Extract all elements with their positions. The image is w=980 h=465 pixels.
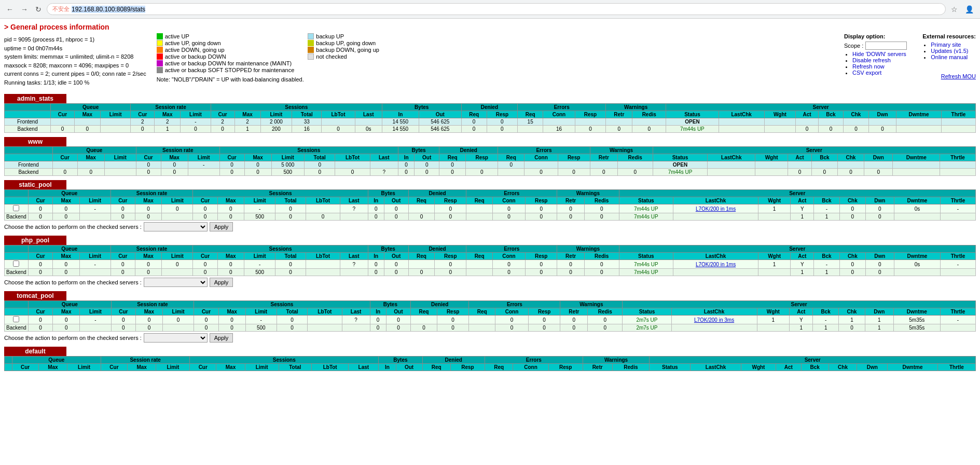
refresh-mou-link[interactable]: Refresh MOU bbox=[941, 73, 976, 79]
th-s-total: Total bbox=[292, 111, 322, 118]
php1-row: 0 0 - 0 0 0 0 0 - 0 ? 0 0 0 bbox=[5, 260, 976, 269]
browser-toolbar: ← → ↻ 不安全 192.168.80.100:8089/stats ☆ 👤 bbox=[0, 0, 980, 18]
php-pool-section: php_pool Queue Session rate Sessions Byt… bbox=[4, 236, 976, 287]
display-options: Display option: Scope : Hide 'DOWN' serv… bbox=[844, 33, 907, 76]
th-wght: Wght bbox=[764, 111, 796, 118]
php1-lastchk-link[interactable]: L7OK/200 in 1ms bbox=[696, 262, 736, 267]
hide-down-link[interactable]: Hide 'DOWN' servers bbox=[852, 51, 906, 57]
server-header: Server bbox=[666, 104, 976, 111]
th-b-out: Out bbox=[419, 111, 461, 118]
th-s-limit: Limit bbox=[260, 111, 292, 118]
bytes-header: Bytes bbox=[382, 104, 461, 111]
th-name bbox=[5, 111, 51, 118]
th-s-last: Last bbox=[355, 111, 382, 118]
denied-header: Denied bbox=[461, 104, 518, 111]
static1-checkbox[interactable] bbox=[13, 205, 19, 211]
system-info: pid = 9095 (process #1, nbproc = 1) upti… bbox=[4, 35, 146, 87]
php-pool-action-row: Choose the action to perform on the chec… bbox=[4, 278, 976, 287]
default-table: Queue Session rate Sessions Bytes Denied… bbox=[4, 356, 976, 371]
warnings-header: Warnings bbox=[606, 104, 666, 111]
tomcat-pool-action-select[interactable]: Set state to READY bbox=[144, 333, 208, 343]
th-sr-cur: Cur bbox=[131, 111, 155, 118]
php-pool-apply-button[interactable]: Apply bbox=[210, 278, 233, 287]
bookmark-button[interactable]: ☆ bbox=[949, 4, 960, 15]
th-sr-limit: Limit bbox=[181, 111, 211, 118]
tomcat-pool-title: tomcat_pool bbox=[4, 291, 66, 300]
static-pool-section: static_pool Queue Session rate Sessions … bbox=[4, 180, 976, 231]
th-d-req: Req bbox=[461, 111, 487, 118]
static-pool-backend-row: Backend 0 0 0 0 0 0 500 0 0 0 0 0 0 bbox=[5, 213, 976, 221]
queue-header: Queue bbox=[50, 104, 130, 111]
browser-chrome: ← → ↻ 不安全 192.168.80.100:8089/stats ☆ 👤 bbox=[0, 0, 980, 19]
scope-label: Scope : bbox=[844, 43, 863, 49]
tomcat-pool-apply-button[interactable]: Apply bbox=[210, 333, 233, 343]
php-pool-action-select[interactable]: Set state to READY bbox=[144, 278, 208, 287]
th-sr-max: Max bbox=[155, 111, 181, 118]
tomcat-pool-backend-row: Backend 0 0 0 0 0 0 500 0 0 0 0 0 bbox=[5, 324, 976, 332]
primary-site-link[interactable]: Primary site bbox=[931, 42, 961, 48]
sessions-header: Sessions bbox=[211, 104, 382, 111]
www-table: Queue Session rate Sessions Bytes Denied… bbox=[4, 146, 976, 176]
online-manual-link[interactable]: Online manual bbox=[931, 54, 968, 60]
admin-stats-backend-row: Backend 0 0 0 1 0 0 1 200 16 0 0s 14 550… bbox=[5, 126, 976, 133]
page-title: > General process information bbox=[4, 23, 976, 31]
th-status: Status bbox=[666, 111, 719, 118]
page-content: > General process information pid = 9095… bbox=[0, 19, 980, 377]
static-pool-action-select[interactable]: Set state to READY Set state to DRAIN Se… bbox=[144, 222, 208, 231]
external-resources-title: External resources: bbox=[922, 33, 976, 39]
updates-link[interactable]: Updates (v1.5) bbox=[931, 48, 968, 54]
right-panel: Display option: Scope : Hide 'DOWN' serv… bbox=[844, 33, 976, 76]
back-button[interactable]: ← bbox=[4, 4, 16, 15]
th-d-resp: Resp bbox=[487, 111, 518, 118]
address-bar[interactable]: 不安全 192.168.80.100:8089/stats bbox=[47, 3, 946, 15]
php1-checkbox[interactable] bbox=[13, 261, 19, 267]
admin-stats-section: admin_stats Queue Session rate Sessions … bbox=[4, 94, 976, 133]
scope-input[interactable] bbox=[865, 42, 907, 50]
disable-refresh-link[interactable]: Disable refresh bbox=[852, 57, 891, 63]
th-lastchk: LastChk bbox=[719, 111, 764, 118]
tomcat-pool-action-label: Choose the action to perform on the chec… bbox=[4, 335, 142, 341]
php-pool-table: Queue Session rate Sessions Bytes Denied… bbox=[4, 245, 976, 276]
static-pool-table: Queue Session rate Sessions Bytes Denied… bbox=[4, 189, 976, 221]
refresh-now-link[interactable]: Refresh now bbox=[852, 63, 885, 70]
th-w-retr: Retr bbox=[606, 111, 632, 118]
th-bck: Bck bbox=[818, 111, 843, 118]
tomcat1-row: 0 0 - 0 0 0 0 0 - 0 ? 0 0 0 bbox=[5, 316, 976, 324]
th-q-cur: Cur bbox=[50, 111, 74, 118]
forward-button[interactable]: → bbox=[19, 4, 30, 15]
php-pool-backend-row: Backend 0 0 0 0 0 0 500 0 0 0 0 0 bbox=[5, 269, 976, 276]
th-w-redis: Redis bbox=[632, 111, 666, 118]
php-pool-title: php_pool bbox=[4, 236, 66, 245]
backend-label: Backend bbox=[5, 126, 51, 133]
legend-area: active UP active UP, going down active D… bbox=[157, 33, 379, 83]
url-text: 192.168.80.100:8089/stats bbox=[72, 6, 940, 13]
th-thrtle: Thrtle bbox=[941, 111, 975, 118]
th-dwntme: Dwntme bbox=[896, 111, 942, 118]
tomcat1-checkbox[interactable] bbox=[13, 316, 19, 322]
th-b-in: In bbox=[382, 111, 419, 118]
tomcat1-lastchk-link[interactable]: L7OK/200 in 3ms bbox=[694, 317, 734, 323]
admin-stats-frontend-row: Frontend 2 2 - 2 2 2 000 33 14 550 546 6… bbox=[5, 118, 976, 126]
static-pool-apply-button[interactable]: Apply bbox=[210, 222, 233, 231]
static1-lastchk-link[interactable]: L7OK/200 in 1ms bbox=[696, 206, 736, 212]
tomcat-pool-table: Queue Session rate Sessions Bytes Denied… bbox=[4, 300, 976, 332]
default-title: default bbox=[4, 347, 66, 356]
reload-button[interactable]: ↻ bbox=[33, 4, 44, 15]
legend-note: Note: "NOLB"/"DRAIN" = UP with load-bala… bbox=[157, 76, 379, 83]
www-title: www bbox=[4, 137, 66, 146]
www-backend-row: Backend 0 0 0 0 0 0 500 0 0 ? 0 0 0 0 bbox=[5, 169, 976, 176]
static-pool-action-label: Choose the action to perform on the chec… bbox=[4, 224, 142, 230]
admin-stats-table: Queue Session rate Sessions Bytes Denied… bbox=[4, 103, 976, 133]
th-s-cur: Cur bbox=[211, 111, 234, 118]
th-dwn: Dwn bbox=[868, 111, 896, 118]
display-options-title: Display option: bbox=[844, 33, 907, 39]
external-resources: External resources: Primary site Updates… bbox=[922, 33, 976, 76]
www-section: www Queue Session rate Sessions Bytes De… bbox=[4, 137, 976, 176]
th-s-lbtot: LbTot bbox=[322, 111, 355, 118]
admin-stats-title: admin_stats bbox=[4, 94, 66, 103]
th-s-max: Max bbox=[234, 111, 260, 118]
csv-export-link[interactable]: CSV export bbox=[852, 70, 881, 76]
profile-button[interactable]: 👤 bbox=[963, 4, 976, 15]
tomcat-pool-section: tomcat_pool Queue Session rate Sessions … bbox=[4, 291, 976, 343]
static1-row: 0 0 - 0 0 0 0 0 - 0 ? 0 0 0 bbox=[5, 204, 976, 213]
